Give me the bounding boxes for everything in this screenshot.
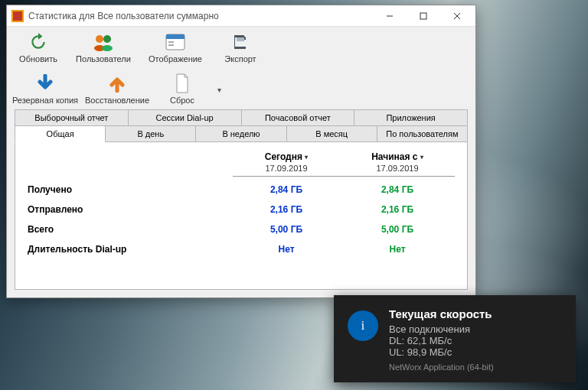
refresh-label: Обновить bbox=[19, 54, 57, 63]
received-since: 2,84 ГБ bbox=[340, 184, 455, 195]
window-titlebar[interactable]: Статистика для Все пользователи суммарно bbox=[7, 5, 475, 27]
tab-per-week[interactable]: В неделю bbox=[195, 125, 286, 142]
stats-panel: Сегодня ▾ Начиная с ▾ 17.09.2019 17.09.2… bbox=[15, 142, 468, 290]
toolbar-row-1: Обновить Пользователи Отображение Экспор… bbox=[7, 27, 475, 68]
users-icon bbox=[93, 31, 114, 53]
maximize-icon bbox=[420, 12, 427, 20]
tab-label: По пользователям bbox=[386, 129, 458, 138]
maximize-button[interactable] bbox=[407, 5, 440, 27]
tabs-bottom: Общая В день В неделю В месяц По пользов… bbox=[7, 125, 475, 142]
col-label: Сегодня bbox=[265, 151, 302, 162]
toast-subtitle: Все подключения bbox=[389, 323, 494, 335]
reset-icon bbox=[172, 73, 193, 94]
svg-rect-10 bbox=[168, 41, 174, 43]
tab-per-day[interactable]: В день bbox=[105, 125, 196, 142]
toolbar-overflow-icon[interactable]: ▾ bbox=[212, 86, 226, 94]
tabs-top: Выборочный отчет Сессии Dial-up Почасово… bbox=[7, 109, 475, 125]
display-button[interactable]: Отображение bbox=[140, 30, 211, 67]
svg-point-5 bbox=[103, 35, 111, 43]
toolbar-row-2: Резервная копия Восстановление Сброс ▾ bbox=[7, 68, 475, 109]
minimize-icon bbox=[386, 12, 394, 20]
row-dialup: Длительность Dial-up Нет Нет bbox=[28, 236, 455, 256]
toast-ul: UL: 98,9 МБ/с bbox=[389, 346, 494, 358]
users-label: Пользователи bbox=[76, 54, 131, 63]
tab-general[interactable]: Общая bbox=[15, 125, 106, 142]
app-icon bbox=[11, 10, 24, 22]
svg-rect-11 bbox=[168, 44, 174, 46]
date-today: 17.09.2019 bbox=[233, 164, 340, 177]
dropdown-icon: ▾ bbox=[305, 154, 308, 161]
svg-rect-12 bbox=[237, 37, 244, 41]
speed-notification[interactable]: i Текущая скорость Все подключения DL: 6… bbox=[334, 295, 576, 382]
users-button[interactable]: Пользователи bbox=[68, 30, 139, 67]
svg-rect-9 bbox=[166, 34, 185, 39]
sent-since: 2,16 ГБ bbox=[340, 204, 455, 215]
date-since: 17.09.2019 bbox=[340, 164, 455, 177]
display-icon bbox=[165, 31, 186, 53]
tab-label: В неделю bbox=[222, 129, 260, 138]
toast-dl: DL: 62,1 МБ/с bbox=[389, 335, 494, 346]
export-label: Экспорт bbox=[224, 54, 256, 63]
col-since-header[interactable]: Начиная с ▾ bbox=[340, 151, 455, 164]
dropdown-icon: ▾ bbox=[420, 154, 423, 161]
tab-label: Сессии Dial-up bbox=[155, 113, 213, 122]
restore-icon bbox=[106, 73, 128, 94]
tab-label: Общая bbox=[47, 129, 74, 138]
refresh-button[interactable]: Обновить bbox=[10, 30, 67, 67]
display-label: Отображение bbox=[149, 54, 202, 63]
tab-label: В месяц bbox=[315, 129, 348, 138]
toast-app: NetWorx Application (64-bit) bbox=[389, 362, 494, 372]
row-total: Всего 5,00 ГБ 5,00 ГБ bbox=[28, 216, 455, 236]
toast-body: Текущая скорость Все подключения DL: 62,… bbox=[389, 307, 494, 372]
export-button[interactable]: Экспорт bbox=[212, 30, 269, 67]
window-title: Статистика для Все пользователи суммарно bbox=[28, 11, 373, 21]
tab-label: Почасовой отчет bbox=[265, 113, 331, 122]
tab-label: Выборочный отчет bbox=[34, 113, 108, 122]
dialup-since: Нет bbox=[340, 244, 455, 255]
restore-label: Восстановление bbox=[85, 96, 149, 105]
reset-label: Сброс bbox=[170, 96, 194, 105]
tab-applications[interactable]: Приложения bbox=[354, 109, 468, 125]
received-today: 2,84 ГБ bbox=[233, 184, 340, 195]
label-sent: Отправлено bbox=[28, 204, 233, 215]
backup-button[interactable]: Резервная копия bbox=[10, 71, 80, 108]
row-received: Получено 2,84 ГБ 2,84 ГБ bbox=[28, 177, 455, 197]
total-today: 5,00 ГБ bbox=[233, 224, 340, 235]
restore-button[interactable]: Восстановление bbox=[82, 71, 152, 108]
toast-title: Текущая скорость bbox=[389, 307, 494, 320]
stats-header: Сегодня ▾ Начиная с ▾ 17.09.2019 17.09.2… bbox=[28, 151, 455, 177]
label-total: Всего bbox=[28, 224, 233, 235]
svg-rect-1 bbox=[420, 13, 426, 19]
tab-hourly-report[interactable]: Почасовой отчет bbox=[241, 109, 355, 125]
tab-selective-report[interactable]: Выборочный отчет bbox=[15, 109, 129, 125]
tab-per-month[interactable]: В месяц bbox=[286, 125, 377, 142]
col-today-header[interactable]: Сегодня ▾ bbox=[233, 151, 340, 164]
dialup-today: Нет bbox=[233, 244, 340, 255]
reset-button[interactable]: Сброс bbox=[154, 71, 211, 108]
row-sent: Отправлено 2,16 ГБ 2,16 ГБ bbox=[28, 197, 455, 216]
sent-today: 2,16 ГБ bbox=[233, 204, 340, 215]
backup-icon bbox=[34, 73, 56, 94]
label-received: Получено bbox=[28, 184, 233, 195]
backup-label: Резервная копия bbox=[12, 96, 78, 105]
refresh-icon bbox=[28, 31, 49, 53]
statistics-window: Статистика для Все пользователи суммарно… bbox=[6, 5, 476, 298]
label-dialup: Длительность Dial-up bbox=[28, 244, 233, 255]
export-icon bbox=[230, 31, 251, 53]
svg-point-7 bbox=[102, 45, 113, 51]
close-icon bbox=[453, 12, 461, 20]
tab-label: Приложения bbox=[386, 113, 435, 122]
minimize-button[interactable] bbox=[373, 5, 407, 27]
tab-label: В день bbox=[137, 129, 164, 138]
tab-by-user[interactable]: По пользователям bbox=[377, 125, 468, 142]
info-icon: i bbox=[348, 310, 378, 341]
close-button[interactable] bbox=[440, 5, 474, 27]
svg-point-4 bbox=[96, 35, 103, 43]
col-label: Начиная с bbox=[371, 151, 417, 162]
tab-dialup-sessions[interactable]: Сессии Dial-up bbox=[128, 109, 242, 125]
total-since: 5,00 ГБ bbox=[340, 224, 455, 235]
